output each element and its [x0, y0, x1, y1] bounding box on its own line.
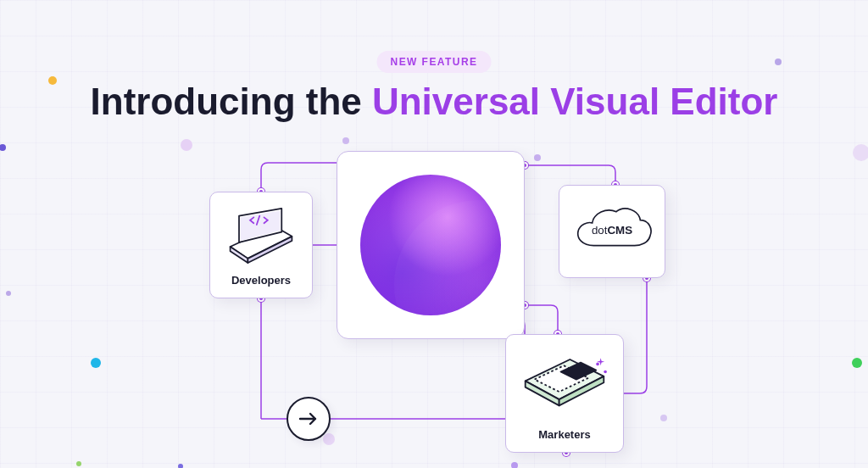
next-arrow-button[interactable] — [287, 397, 331, 441]
decorative-dot — [0, 144, 6, 151]
page-builder-icon — [515, 343, 615, 425]
feature-badge: NEW FEATURE — [377, 51, 492, 73]
decorative-dot — [534, 154, 541, 161]
decorative-dot — [852, 358, 862, 368]
headline-accent: Universal Visual Editor — [372, 81, 777, 122]
svg-point-11 — [596, 363, 599, 366]
svg-text:dotCMS: dotCMS — [592, 224, 632, 237]
svg-point-12 — [604, 370, 607, 374]
developers-label: Developers — [217, 270, 305, 287]
decorative-dot — [511, 462, 518, 468]
dotcms-card: dotCMS — [559, 185, 665, 278]
page-title: Introducing the Universal Visual Editor — [0, 81, 868, 123]
decorative-dot — [181, 139, 192, 151]
abstract-orb-icon — [360, 175, 501, 315]
dotcms-brand-suffix: CMS — [607, 224, 632, 237]
marketers-label: Marketers — [515, 425, 615, 441]
headline-prefix: Introducing the — [91, 81, 372, 122]
decorative-dot — [91, 358, 101, 368]
decorative-dot — [6, 291, 11, 296]
arrow-right-icon — [298, 412, 319, 426]
decorative-dot — [853, 144, 868, 161]
editor-center-card — [337, 151, 525, 339]
marketers-card: Marketers — [505, 334, 624, 453]
decorative-dot — [76, 461, 81, 466]
decorative-dot — [178, 464, 183, 468]
developers-card: Developers — [209, 192, 313, 298]
decorative-dot — [660, 415, 667, 421]
cloud-icon: dotCMS — [570, 202, 654, 261]
dotcms-brand-prefix: dot — [592, 224, 608, 237]
decorative-dot — [775, 58, 782, 65]
laptop-code-icon — [217, 201, 305, 270]
decorative-dot — [323, 433, 335, 445]
decorative-dot — [342, 137, 349, 144]
